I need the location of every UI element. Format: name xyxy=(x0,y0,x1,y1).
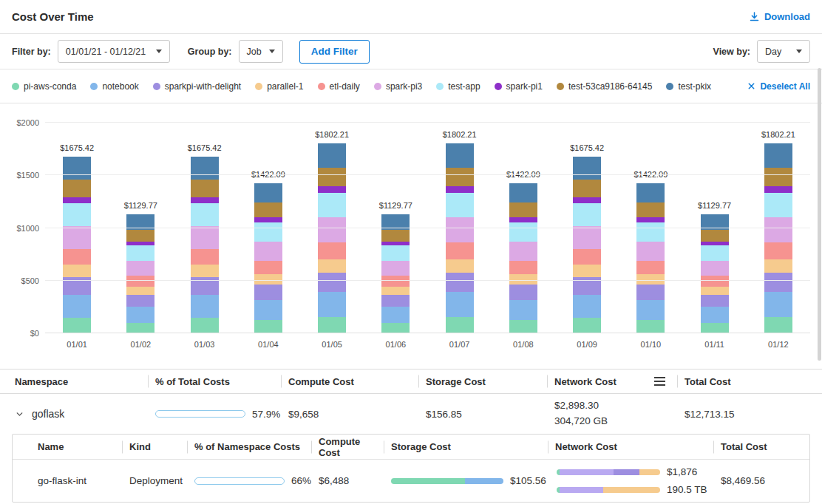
bar-segment-spark-pi3[interactable] xyxy=(573,226,601,249)
bar-segment-notebook[interactable] xyxy=(126,307,154,322)
bar-segment-test-53ca9186-64145[interactable] xyxy=(191,180,219,197)
bar-segment-pi-aws-conda[interactable] xyxy=(446,317,474,333)
bar-segment-pi-aws-conda[interactable] xyxy=(126,323,154,333)
bar-segment-spark-pi3[interactable] xyxy=(701,261,729,276)
bar-segment-notebook[interactable] xyxy=(636,300,665,320)
bar-segment-etl-daily[interactable] xyxy=(191,249,219,265)
bar-segment-test-app[interactable] xyxy=(191,203,219,226)
col-header-kind[interactable]: Kind xyxy=(122,441,187,452)
bar-segment-sparkpi-with-delight[interactable] xyxy=(701,295,729,307)
download-button[interactable]: Download xyxy=(749,11,810,22)
bar-segment-spark-pi1[interactable] xyxy=(318,186,346,193)
bar-segment-notebook[interactable] xyxy=(573,295,601,318)
bar-segment-etl-daily[interactable] xyxy=(381,276,410,286)
bar-segment-sparkpi-with-delight[interactable] xyxy=(509,285,537,300)
bar-segment-test-app[interactable] xyxy=(509,222,537,242)
bar-segment-parallel-1[interactable] xyxy=(701,287,729,295)
bar-segment-pi-aws-conda[interactable] xyxy=(764,317,792,333)
bar-segment-etl-daily[interactable] xyxy=(764,242,792,259)
bar-segment-spark-pi3[interactable] xyxy=(191,226,219,249)
bar-segment-test-app[interactable] xyxy=(254,222,282,242)
bar-segment-notebook[interactable] xyxy=(764,292,792,316)
bar-segment-test-pkix[interactable] xyxy=(63,157,91,180)
bar-segment-spark-pi3[interactable] xyxy=(446,217,474,242)
add-filter-button[interactable]: Add Filter xyxy=(299,40,370,64)
bar-segment-test-app[interactable] xyxy=(126,245,154,261)
col-header-name[interactable]: Name xyxy=(35,441,122,452)
bar-segment-test-app[interactable] xyxy=(573,203,601,226)
bar-segment-notebook[interactable] xyxy=(254,300,282,320)
bar-segment-test-53ca9186-64145[interactable] xyxy=(126,230,154,242)
bar-segment-spark-pi1[interactable] xyxy=(446,186,474,193)
bar-segment-test-53ca9186-64145[interactable] xyxy=(63,180,91,197)
deselect-all-button[interactable]: Deselect All xyxy=(747,81,810,92)
bar-segment-parallel-1[interactable] xyxy=(446,259,474,273)
bar-segment-test-app[interactable] xyxy=(446,193,474,217)
col-header-pct-total[interactable]: % of Total Costs xyxy=(148,376,281,387)
bar-segment-test-53ca9186-64145[interactable] xyxy=(446,168,474,187)
legend-item-notebook[interactable]: notebook xyxy=(90,81,138,92)
bar-segment-spark-pi3[interactable] xyxy=(509,242,537,261)
bar-segment-parallel-1[interactable] xyxy=(63,265,91,277)
bar-segment-test-53ca9186-64145[interactable] xyxy=(254,202,282,218)
bar-segment-spark-pi3[interactable] xyxy=(63,226,91,249)
bar-segment-test-app[interactable] xyxy=(701,245,729,261)
date-range-select[interactable]: 01/01/21 - 01/12/21 xyxy=(58,40,170,63)
bar-segment-parallel-1[interactable] xyxy=(764,259,792,273)
legend-item-test-pkix[interactable]: test-pkix xyxy=(666,81,711,92)
stacked-bar-01/12[interactable] xyxy=(764,143,792,333)
bar-segment-test-app[interactable] xyxy=(636,222,665,242)
bar-segment-test-53ca9186-64145[interactable] xyxy=(509,202,537,218)
bar-segment-pi-aws-conda[interactable] xyxy=(381,323,410,333)
bar-segment-etl-daily[interactable] xyxy=(509,261,537,274)
legend-item-pi-aws-conda[interactable]: pi-aws-conda xyxy=(12,81,76,92)
bar-segment-test-pkix[interactable] xyxy=(764,143,792,167)
col-header-network[interactable]: Network Cost xyxy=(548,441,713,452)
bar-segment-spark-pi1[interactable] xyxy=(573,197,601,203)
bar-segment-test-pkix[interactable] xyxy=(254,183,282,202)
col-header-pct-namespace[interactable]: % of Namespace Costs xyxy=(187,441,311,452)
bar-segment-pi-aws-conda[interactable] xyxy=(636,320,665,333)
legend-item-test-53ca9186-64145[interactable]: test-53ca9186-64145 xyxy=(557,81,652,92)
bar-segment-spark-pi3[interactable] xyxy=(636,242,665,261)
bar-segment-test-pkix[interactable] xyxy=(446,143,474,167)
bar-segment-pi-aws-conda[interactable] xyxy=(191,318,219,333)
bar-segment-spark-pi1[interactable] xyxy=(764,186,792,193)
bar-segment-sparkpi-with-delight[interactable] xyxy=(254,285,282,300)
bar-segment-notebook[interactable] xyxy=(509,300,537,320)
bar-segment-test-53ca9186-64145[interactable] xyxy=(701,230,729,242)
stacked-bar-01/02[interactable] xyxy=(126,214,154,333)
bar-segment-sparkpi-with-delight[interactable] xyxy=(764,273,792,292)
bar-segment-test-pkix[interactable] xyxy=(573,157,601,180)
bar-segment-parallel-1[interactable] xyxy=(318,259,346,273)
bar-segment-sparkpi-with-delight[interactable] xyxy=(381,295,410,307)
legend-item-spark-pi3[interactable]: spark-pi3 xyxy=(374,81,422,92)
bar-segment-pi-aws-conda[interactable] xyxy=(573,318,601,333)
bar-segment-pi-aws-conda[interactable] xyxy=(318,317,346,333)
bar-segment-notebook[interactable] xyxy=(63,295,91,318)
bar-segment-etl-daily[interactable] xyxy=(636,261,665,274)
bar-segment-test-53ca9186-64145[interactable] xyxy=(318,168,346,187)
stacked-bar-01/07[interactable] xyxy=(446,143,474,333)
bar-segment-pi-aws-conda[interactable] xyxy=(254,320,282,333)
namespace-expander[interactable]: goflask xyxy=(12,408,148,420)
col-header-compute[interactable]: Compute Cost xyxy=(311,436,384,458)
bar-segment-etl-daily[interactable] xyxy=(318,242,346,259)
bar-segment-spark-pi3[interactable] xyxy=(764,217,792,242)
column-menu-icon[interactable] xyxy=(654,377,665,386)
bar-segment-etl-daily[interactable] xyxy=(63,249,91,265)
bar-segment-test-app[interactable] xyxy=(381,245,410,261)
bar-segment-spark-pi3[interactable] xyxy=(318,217,346,242)
col-header-network[interactable]: Network Cost xyxy=(547,376,677,387)
legend-item-parallel-1[interactable]: parallel-1 xyxy=(255,81,303,92)
bar-segment-etl-daily[interactable] xyxy=(254,261,282,274)
bar-segment-etl-daily[interactable] xyxy=(126,276,154,286)
bar-segment-pi-aws-conda[interactable] xyxy=(701,323,729,333)
bar-segment-etl-daily[interactable] xyxy=(573,249,601,265)
bar-segment-test-app[interactable] xyxy=(318,193,346,217)
col-header-total[interactable]: Total Cost xyxy=(677,376,810,387)
stacked-bar-01/03[interactable] xyxy=(191,157,219,333)
col-header-storage[interactable]: Storage Cost xyxy=(418,376,547,387)
bar-segment-test-pkix[interactable] xyxy=(318,143,346,167)
legend-item-sparkpi-with-delight[interactable]: sparkpi-with-delight xyxy=(153,81,241,92)
